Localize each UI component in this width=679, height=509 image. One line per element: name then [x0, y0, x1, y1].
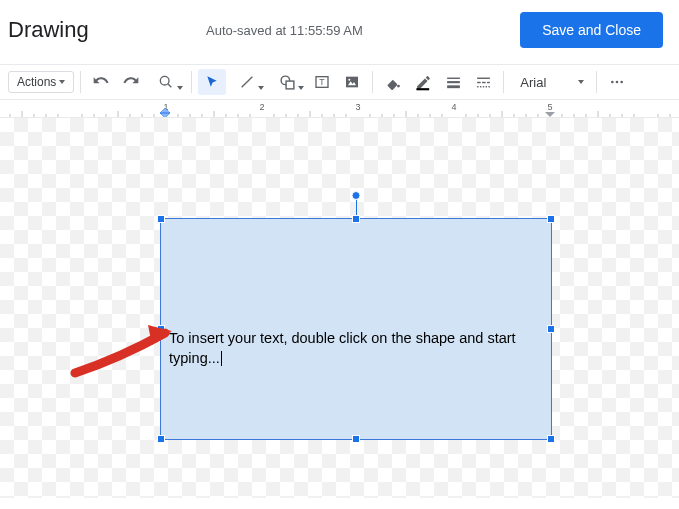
- pencil-icon: [415, 74, 432, 91]
- svg-rect-22: [483, 86, 484, 87]
- resize-handle-ne[interactable]: [547, 215, 555, 223]
- textbox-icon: T: [314, 74, 330, 90]
- textbox-tool-button[interactable]: T: [308, 69, 336, 95]
- more-options-button[interactable]: [603, 69, 631, 95]
- svg-point-10: [397, 84, 400, 87]
- svg-text:2: 2: [259, 102, 264, 112]
- resize-handle-se[interactable]: [547, 435, 555, 443]
- more-horizontal-icon: [609, 74, 625, 90]
- redo-icon: [123, 74, 139, 90]
- drawing-canvas[interactable]: To insert your text, double click on the…: [0, 118, 679, 498]
- border-color-button[interactable]: [409, 69, 437, 95]
- redo-button[interactable]: [117, 69, 145, 95]
- actions-label: Actions: [17, 75, 56, 89]
- svg-point-25: [611, 81, 614, 84]
- svg-text:4: 4: [451, 102, 456, 112]
- rotate-handle[interactable]: [352, 191, 361, 200]
- font-family-label: Arial: [520, 75, 546, 90]
- svg-rect-24: [488, 86, 489, 87]
- resize-handle-e[interactable]: [547, 325, 555, 333]
- fill-color-button[interactable]: [379, 69, 407, 95]
- dialog-header: Drawing Auto-saved at 11:55:59 AM Save a…: [0, 0, 679, 64]
- border-dash-button[interactable]: [469, 69, 497, 95]
- svg-point-9: [349, 79, 351, 81]
- svg-rect-12: [416, 88, 429, 90]
- chevron-down-icon: [177, 86, 183, 90]
- line-weight-icon: [445, 74, 462, 91]
- shape-text-content[interactable]: To insert your text, double click on the…: [169, 329, 543, 368]
- svg-rect-17: [477, 81, 481, 82]
- svg-rect-14: [447, 81, 460, 83]
- svg-marker-89: [545, 112, 555, 117]
- actions-menu-button[interactable]: Actions: [8, 71, 74, 93]
- border-weight-button[interactable]: [439, 69, 467, 95]
- resize-handle-w[interactable]: [157, 325, 165, 333]
- separator: [191, 71, 192, 93]
- undo-icon: [93, 74, 109, 90]
- svg-text:T: T: [320, 77, 326, 87]
- svg-rect-15: [447, 85, 460, 88]
- svg-rect-16: [477, 77, 490, 78]
- svg-rect-20: [477, 86, 478, 87]
- shape-tool-button[interactable]: [268, 69, 306, 95]
- save-and-close-button[interactable]: Save and Close: [520, 12, 663, 48]
- separator: [372, 71, 373, 93]
- svg-text:5: 5: [547, 102, 552, 112]
- separator: [596, 71, 597, 93]
- separator: [503, 71, 504, 93]
- line-tool-button[interactable]: [228, 69, 266, 95]
- resize-handle-nw[interactable]: [157, 215, 165, 223]
- image-icon: [344, 74, 360, 90]
- cursor-icon: [205, 75, 219, 89]
- chevron-down-icon: [258, 86, 264, 90]
- select-tool-button[interactable]: [198, 69, 226, 95]
- line-icon: [239, 74, 255, 90]
- image-tool-button[interactable]: [338, 69, 366, 95]
- undo-button[interactable]: [87, 69, 115, 95]
- svg-rect-19: [487, 81, 490, 82]
- toolbar: Actions T Arial: [0, 64, 679, 100]
- chevron-down-icon: [59, 80, 65, 84]
- paint-bucket-icon: [385, 74, 402, 91]
- font-family-select[interactable]: Arial: [510, 69, 590, 95]
- ruler-marks: 12345: [0, 100, 679, 118]
- text-cursor: [221, 351, 222, 366]
- svg-rect-13: [447, 77, 460, 78]
- svg-line-1: [168, 84, 171, 87]
- zoom-icon: [158, 74, 174, 90]
- svg-point-27: [621, 81, 624, 84]
- svg-point-0: [161, 76, 170, 85]
- svg-rect-23: [485, 86, 486, 87]
- chevron-down-icon: [298, 86, 304, 90]
- autosave-status: Auto-saved at 11:55:59 AM: [49, 23, 520, 38]
- shapes-icon: [279, 74, 296, 91]
- svg-line-2: [242, 77, 253, 88]
- chevron-down-icon: [578, 80, 584, 84]
- zoom-button[interactable]: [147, 69, 185, 95]
- separator: [80, 71, 81, 93]
- svg-rect-4: [286, 81, 294, 89]
- selected-shape[interactable]: To insert your text, double click on the…: [160, 218, 552, 440]
- resize-handle-n[interactable]: [352, 215, 360, 223]
- horizontal-ruler[interactable]: 12345: [0, 100, 679, 118]
- resize-handle-sw[interactable]: [157, 435, 165, 443]
- svg-text:3: 3: [355, 102, 360, 112]
- svg-rect-21: [480, 86, 481, 87]
- svg-rect-18: [482, 81, 486, 82]
- line-dash-icon: [475, 74, 492, 91]
- svg-rect-7: [346, 77, 358, 88]
- svg-point-26: [616, 81, 619, 84]
- resize-handle-s[interactable]: [352, 435, 360, 443]
